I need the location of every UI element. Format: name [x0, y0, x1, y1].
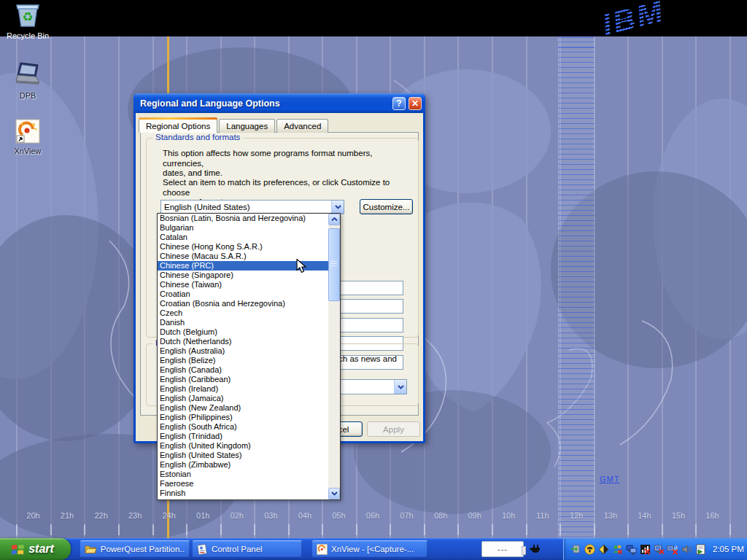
desktop-icon-label: DPB	[20, 91, 36, 100]
folder-icon	[85, 544, 97, 554]
scrollbar[interactable]	[328, 214, 340, 499]
start-button[interactable]: start	[0, 538, 71, 560]
timezone-label: 14h	[634, 511, 654, 520]
dialog-titlebar[interactable]: Regional and Language Options ? ✕	[133, 93, 425, 113]
language-option[interactable]: English (Ireland)	[158, 384, 328, 394]
tab-languages[interactable]: Languages	[219, 119, 275, 133]
language-option[interactable]: Bosnian (Latin, Bosnia and Herzegovina)	[158, 214, 328, 223]
battery-deskband: ---	[481, 538, 562, 560]
timezone-tick	[118, 524, 120, 535]
desktop-icon-recycle-bin[interactable]: ♻ Recycle Bin	[0, 2, 55, 42]
language-option[interactable]: Finnish	[158, 489, 328, 498]
language-dropdown-list: Bosnian (Latin, Bosnia and Herzegovina)B…	[157, 213, 341, 500]
control-panel-icon	[197, 544, 208, 555]
language-option[interactable]: English (Jamaica)	[158, 394, 328, 403]
timezone-label: 20h	[23, 511, 44, 520]
language-option[interactable]: Chinese (Taiwan)	[158, 280, 328, 289]
language-option[interactable]: Bulgarian	[158, 223, 328, 233]
task-label: Control Panel	[212, 545, 263, 553]
wireless-disconnected-icon[interactable]	[667, 543, 678, 555]
groupbox-title: Standards and formats	[152, 133, 243, 141]
language-option[interactable]: Dutch (Netherlands)	[158, 337, 328, 346]
taskbar-task-powerquest[interactable]: PowerQuest Partition...	[80, 540, 190, 558]
language-option[interactable]: Estonian	[158, 470, 328, 479]
language-option[interactable]: English (Australia)	[158, 346, 328, 356]
timezone-tick	[729, 524, 731, 535]
mouse-cursor	[296, 259, 310, 274]
ibm-logo: IBM	[599, 0, 701, 36]
dialog-title: Regional and Language Options	[140, 98, 390, 109]
language-option[interactable]: English (Belize)	[158, 356, 328, 365]
language-option[interactable]: English (South Africa)	[158, 422, 328, 432]
language-option[interactable]: English (United Kingdom)	[158, 441, 328, 451]
customize-button[interactable]: Customize...	[360, 199, 413, 214]
timezone-label: 12h	[566, 511, 587, 520]
tab-regional-options[interactable]: Regional Options	[139, 117, 217, 133]
language-option[interactable]: English (United States)	[158, 451, 328, 460]
timezone-label: 02h	[227, 511, 247, 520]
timezone-tick	[526, 524, 527, 535]
location-description-fragment: uch as news and	[334, 354, 397, 363]
taskbar-clock[interactable]: 2:05 PM	[713, 545, 744, 553]
offline-users-icon[interactable]	[611, 543, 623, 555]
format-combobox-value: English (United States)	[161, 203, 331, 211]
language-option[interactable]: English (New Zealand)	[158, 403, 328, 413]
tab-advanced[interactable]: Advanced	[276, 119, 328, 133]
timezone-label: 05h	[328, 511, 349, 520]
timezone-tick	[424, 524, 425, 535]
language-option[interactable]: English (Zimbabwe)	[158, 460, 328, 470]
timezone-label: 16h	[703, 511, 723, 520]
timezone-tick	[322, 524, 323, 535]
timezone-label: 10h	[498, 511, 519, 520]
xnview-shortcut-icon	[15, 119, 40, 144]
timezone-tick	[457, 524, 459, 535]
timezone-label: 21h	[57, 511, 77, 520]
task-label: PowerQuest Partition...	[101, 545, 185, 553]
timezone-tick	[254, 524, 255, 535]
help-button[interactable]: ?	[392, 97, 406, 110]
language-option[interactable]: Croatian (Bosnia and Herzegovina)	[158, 299, 328, 308]
desktop-icon-xnview[interactable]: XnView	[0, 119, 55, 157]
close-button[interactable]: ✕	[409, 97, 422, 110]
taskbar-task-xnview[interactable]: XnView - [<Capture-...	[312, 540, 427, 558]
scheduler-icon[interactable]	[694, 543, 706, 555]
language-option[interactable]: Chinese (Hong Kong S.A.R.)	[158, 242, 328, 252]
timezone-label: 08h	[430, 511, 451, 520]
removable-hardware-icon[interactable]	[570, 543, 581, 555]
taskbar-task-control-panel[interactable]: Control Panel	[193, 540, 302, 558]
language-option[interactable]: English (Trinidad)	[158, 432, 328, 441]
format-combobox[interactable]: English (United States)	[160, 200, 344, 214]
desktop-icon-dpb[interactable]: DPB	[0, 61, 55, 101]
language-option[interactable]: English (Philippines)	[158, 413, 328, 422]
network-disconnected-icon[interactable]	[653, 543, 665, 555]
language-option[interactable]: Faeroese	[158, 479, 328, 489]
language-option[interactable]: English (Caribbean)	[158, 375, 328, 384]
language-option[interactable]: Croatian	[158, 289, 328, 299]
language-option[interactable]: English (Canada)	[158, 365, 328, 375]
language-option[interactable]: Danish	[158, 318, 328, 327]
power-meter-icon[interactable]	[597, 543, 609, 555]
language-option[interactable]: Catalan	[158, 233, 328, 242]
volume-icon[interactable]	[681, 543, 692, 555]
timezone-tick	[695, 524, 697, 535]
battery-meter-icon[interactable]: ---	[481, 541, 524, 557]
timezone-label: 04h	[295, 511, 315, 520]
scrollbar-thumb[interactable]	[328, 228, 340, 301]
language-option[interactable]: Czech	[158, 308, 328, 318]
timezone-tick	[84, 524, 85, 535]
network-icon[interactable]	[625, 543, 637, 555]
dialup-icon[interactable]	[584, 543, 595, 555]
scroll-down-icon[interactable]	[328, 488, 340, 499]
chevron-down-icon[interactable]	[394, 380, 406, 394]
chevron-down-icon[interactable]	[331, 201, 344, 214]
timezone-label: 07h	[397, 511, 417, 520]
timezone-label: 22h	[91, 511, 112, 520]
timezone-tick	[16, 524, 18, 535]
language-option[interactable]: Dutch (Belgium)	[158, 327, 328, 337]
timezone-label: 24h	[159, 511, 179, 520]
graph-error-icon[interactable]	[639, 543, 651, 555]
timezone-tick	[560, 524, 561, 535]
timezone-label: 09h	[465, 511, 485, 520]
timezone-tick	[662, 524, 663, 535]
scroll-up-icon[interactable]	[328, 214, 340, 225]
